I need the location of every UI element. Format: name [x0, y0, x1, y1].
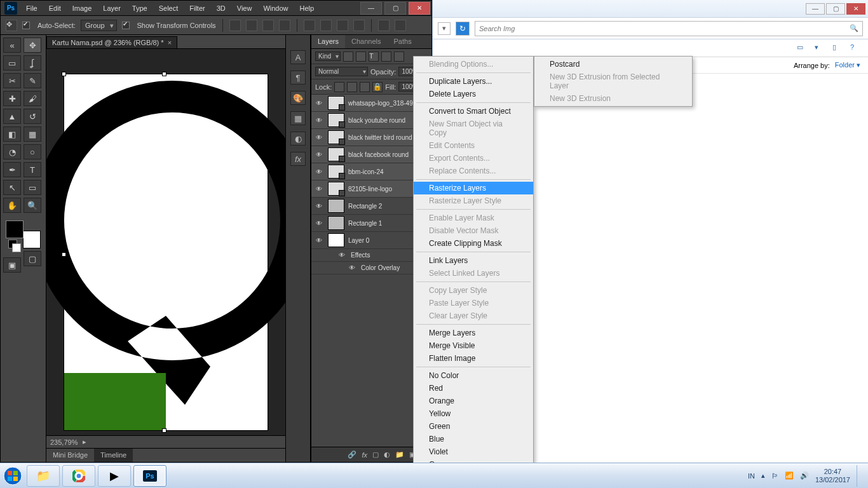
layer-thumb[interactable]	[328, 199, 344, 213]
lock-all-icon[interactable]: 🔒	[372, 82, 383, 92]
zoom-value[interactable]: 235,79%	[50, 438, 78, 446]
blur-tool-icon[interactable]: ◔	[3, 144, 21, 159]
maximize-button[interactable]: ▢	[826, 3, 845, 15]
dodge-tool-icon[interactable]: ○	[24, 144, 41, 159]
link-layers-icon[interactable]: 🔗	[348, 451, 356, 459]
visibility-icon[interactable]: 👁	[314, 201, 324, 211]
menu-image[interactable]: Image	[67, 2, 97, 15]
menu-item[interactable]: Yellow	[414, 407, 533, 420]
maximize-button[interactable]: ▢	[384, 2, 406, 15]
tab-channels[interactable]: Channels	[345, 35, 387, 48]
3d-mode-icon[interactable]	[378, 20, 390, 31]
taskbar-chrome-icon[interactable]	[62, 465, 95, 487]
lock-pixels-icon[interactable]	[347, 82, 357, 92]
styles-panel-icon[interactable]: fx	[290, 152, 306, 166]
path-select-icon[interactable]: ↖	[3, 180, 21, 195]
menu-edit[interactable]: Edit	[44, 2, 66, 15]
eyedropper-tool-icon[interactable]: ✎	[24, 73, 41, 88]
move-tool-icon[interactable]: ✥	[24, 37, 41, 53]
menu-item[interactable]: Orange	[414, 395, 533, 407]
foreground-swatch[interactable]	[6, 220, 24, 238]
layer-context-submenu[interactable]: PostcardNew 3D Extrusion from Selected L…	[534, 56, 693, 107]
close-button[interactable]: ✕	[409, 2, 430, 15]
taskbar-photoshop-icon[interactable]: Ps	[133, 465, 166, 487]
close-tab-icon[interactable]: ×	[168, 39, 172, 46]
swap-colors-icon[interactable]	[12, 243, 21, 252]
address-dropdown-icon[interactable]: ▾	[438, 22, 451, 35]
hand-tool-icon[interactable]: ✋	[3, 198, 21, 213]
menu-layer[interactable]: Layer	[98, 2, 126, 15]
move-tool-thumb-icon[interactable]: ✥	[6, 20, 17, 31]
tab-timeline[interactable]: Timeline	[94, 449, 133, 462]
menu-3d[interactable]: 3D	[212, 2, 231, 15]
auto-select-dropdown[interactable]: Group	[81, 20, 117, 31]
layer-style-icon[interactable]: fx	[362, 451, 367, 459]
document-tab[interactable]: Kartu Nama.psd @ 236% (RGB/8) * ×	[46, 36, 177, 48]
input-language[interactable]: IN	[748, 472, 755, 480]
menu-item[interactable]: Red	[414, 382, 533, 395]
visibility-icon[interactable]: 👁	[314, 132, 324, 142]
layer-context-menu[interactable]: Blending Options...Duplicate Layers...De…	[413, 56, 534, 473]
brush-tool-icon[interactable]: 🖌	[24, 91, 41, 106]
distribute-icon[interactable]	[337, 20, 348, 31]
menu-item[interactable]: Blue	[414, 433, 533, 445]
network-icon[interactable]: 📶	[785, 471, 794, 480]
layer-thumb[interactable]	[328, 165, 344, 179]
volume-icon[interactable]: 🔊	[800, 471, 809, 480]
transform-handle[interactable]	[62, 72, 66, 76]
visibility-icon[interactable]: 👁	[314, 166, 324, 177]
menu-item[interactable]: Flatten Image	[414, 352, 533, 365]
align-icon[interactable]	[279, 20, 290, 31]
slideshow-icon[interactable]: ▭	[797, 43, 807, 53]
layer-thumb[interactable]	[328, 113, 344, 127]
transform-handle[interactable]	[62, 252, 66, 257]
filter-type-icon[interactable]: T	[369, 51, 379, 62]
3d-mode-icon[interactable]	[395, 20, 406, 31]
arrange-value[interactable]: Folder ▾	[835, 61, 860, 69]
screenmode-icon[interactable]: ▢	[24, 251, 41, 266]
healing-tool-icon[interactable]: ✚	[3, 91, 21, 106]
menu-item[interactable]: Merge Layers	[414, 327, 533, 339]
search-icon[interactable]: 🔍	[850, 24, 858, 32]
visibility-icon[interactable]: 👁	[314, 115, 324, 125]
close-button[interactable]: ✕	[846, 3, 865, 15]
history-brush-icon[interactable]: ↺	[24, 109, 41, 124]
canvas[interactable]	[64, 74, 268, 430]
visibility-icon[interactable]: 👁	[314, 218, 324, 228]
show-desktop-button[interactable]	[857, 465, 862, 487]
distribute-icon[interactable]	[353, 20, 365, 31]
blend-mode-dropdown[interactable]: Normal	[315, 67, 368, 76]
taskbar-file-explorer-icon[interactable]: 📁	[27, 465, 60, 487]
group-icon[interactable]: 📁	[395, 451, 404, 459]
layer-thumb[interactable]	[328, 96, 344, 110]
transform-handle[interactable]	[162, 428, 166, 433]
filter-pixel-icon[interactable]	[343, 51, 353, 62]
menu-item[interactable]: Link Layers	[414, 254, 533, 267]
menu-item[interactable]: Delete Layers	[414, 88, 533, 100]
search-input[interactable]: Search Img 🔍	[475, 21, 863, 36]
menu-file[interactable]: File	[21, 2, 43, 15]
menu-item[interactable]: Convert to Smart Object	[414, 105, 533, 118]
align-icon[interactable]	[262, 20, 274, 31]
menu-filter[interactable]: Filter	[184, 2, 210, 15]
layer-thumb[interactable]	[328, 130, 344, 144]
taskbar-media-player-icon[interactable]: ▶	[98, 465, 131, 487]
lock-transparency-icon[interactable]	[334, 82, 344, 92]
menu-item[interactable]: No Color	[414, 369, 533, 382]
crop-tool-icon[interactable]: ✂	[3, 73, 21, 88]
layer-thumb[interactable]	[328, 216, 344, 230]
show-transform-checkbox[interactable]	[122, 22, 130, 29]
pen-tool-icon[interactable]: ✒	[3, 162, 21, 177]
visibility-icon[interactable]: 👁	[337, 250, 347, 261]
align-icon[interactable]	[229, 20, 241, 31]
refresh-icon[interactable]: ↻	[456, 22, 470, 36]
tray-expand-icon[interactable]: ▴	[761, 471, 765, 480]
toolbar-collapse-icon[interactable]: «	[3, 37, 21, 53]
menu-item[interactable]: Postcard	[534, 58, 692, 71]
minimize-button[interactable]: —	[806, 3, 825, 15]
details-pane-icon[interactable]: ▯	[832, 43, 843, 53]
tab-paths[interactable]: Paths	[388, 35, 418, 48]
visibility-icon[interactable]: 👁	[314, 184, 324, 194]
eraser-tool-icon[interactable]: ◧	[3, 126, 21, 142]
stamp-tool-icon[interactable]: ▲	[3, 109, 21, 124]
